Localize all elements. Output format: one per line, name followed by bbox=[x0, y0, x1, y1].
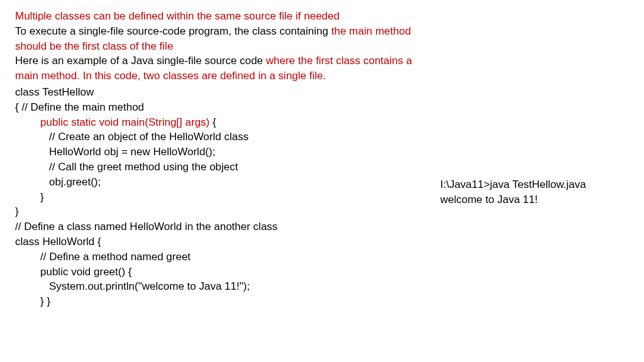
console-output: I:\Java11>java TestHellow.java welcome t… bbox=[440, 177, 586, 207]
code-line-14: System.out.println("welcome to Java 11!"… bbox=[15, 279, 424, 294]
code-line-8: } bbox=[15, 190, 424, 205]
output-line-1: I:\Java11>java TestHellow.java bbox=[440, 177, 586, 192]
code-line-3-black: { bbox=[213, 116, 216, 128]
code-line-3-red: public static void main(String[] args) bbox=[40, 116, 213, 128]
main-content: Multiple classes can be defined within t… bbox=[15, 9, 424, 309]
code-line-11: class HelloWorld { bbox=[15, 234, 424, 250]
intro-line3-black: Here is an example of a Java single-file… bbox=[15, 55, 266, 67]
intro-paragraph: Multiple classes can be defined within t… bbox=[15, 9, 424, 84]
code-line-2a: { bbox=[15, 101, 21, 113]
intro-line3: Here is an example of a Java single-file… bbox=[15, 53, 424, 84]
intro-line2: To execute a single-file source-code pro… bbox=[15, 24, 424, 54]
output-line-2: welcome to Java 11! bbox=[440, 192, 586, 207]
intro-line1: Multiple classes can be defined within t… bbox=[15, 9, 424, 24]
code-line-9: } bbox=[15, 204, 424, 219]
code-line-2b: // Define the main method bbox=[21, 101, 144, 113]
code-block: class TestHellow { // Define the main me… bbox=[15, 85, 424, 309]
intro-line2-black: To execute a single-file source-code pro… bbox=[15, 25, 331, 37]
code-line-3: public static void main(String[] args) { bbox=[15, 115, 424, 130]
code-line-15: } } bbox=[15, 294, 424, 309]
code-line-12: // Define a method named greet bbox=[15, 250, 424, 265]
code-line-2: { // Define the main method bbox=[15, 100, 424, 115]
code-line-5: HelloWorld obj = new HelloWorld(); bbox=[15, 145, 424, 160]
code-line-7: obj.greet(); bbox=[15, 175, 424, 190]
code-line-1: class TestHellow bbox=[15, 85, 424, 100]
code-line-4: // Create an object of the HelloWorld cl… bbox=[15, 129, 424, 145]
code-line-10: // Define a class named HelloWorld in th… bbox=[15, 219, 424, 234]
code-line-6: // Call the greet method using the objec… bbox=[15, 160, 424, 175]
code-line-13: public void greet() { bbox=[15, 265, 424, 280]
